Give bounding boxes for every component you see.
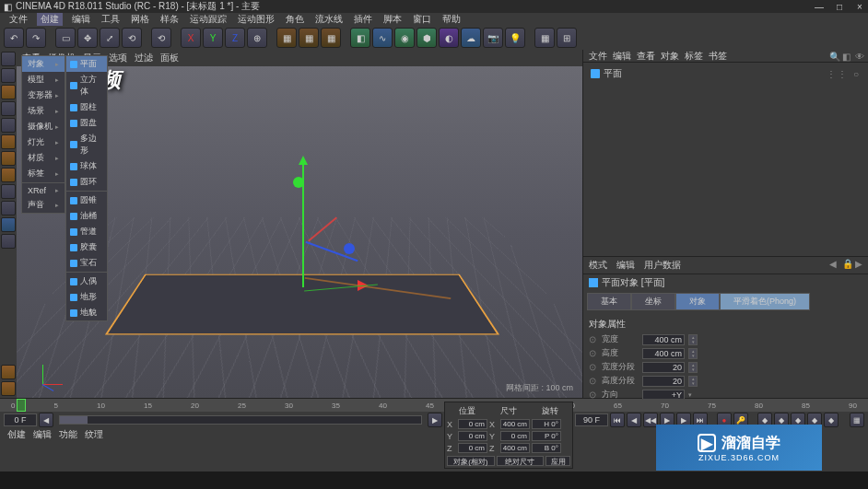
grid-toggle[interactable]: ▦ [534,28,555,48]
menu-window[interactable]: 窗口 [411,13,433,26]
key-pla[interactable]: ◆ [824,413,839,427]
goto-start[interactable]: ⏮ [610,413,625,427]
size-y[interactable] [500,431,530,441]
range-slider[interactable] [59,415,422,425]
attr-lock-icon[interactable]: 🔒 [842,259,851,268]
render-view[interactable]: ▦ [276,28,297,48]
hseg-input[interactable] [642,376,685,387]
mat-tab-edit[interactable]: 编辑 [33,428,52,441]
x-axis-toggle[interactable]: X [181,28,201,48]
history-tool[interactable]: ⟲ [151,28,171,48]
range-next[interactable]: ▶ [428,413,442,427]
object-tree[interactable]: 平面 ⋮⋮ ○ [583,63,868,256]
prim-disc[interactable]: 圆盘 [66,115,107,131]
rot-p[interactable] [532,431,561,441]
ltool-edge[interactable] [1,151,16,166]
pos-x[interactable] [458,419,487,429]
menu-tag[interactable]: 标签▸ [22,166,65,181]
menu-deformer[interactable]: 变形器▸ [22,87,65,103]
menu-tools[interactable]: 工具 [100,13,122,26]
rot-b[interactable] [532,443,561,453]
menu-sound[interactable]: 声音▸ [22,197,65,213]
render-preview[interactable]: ▦ [321,28,341,48]
menu-model[interactable]: 模型▸ [22,72,65,87]
prim-cube[interactable]: 立方体 [66,72,107,99]
width-spinner[interactable]: ▴▾ [688,334,698,345]
menu-character[interactable]: 角色 [284,13,306,26]
prim-oil[interactable]: 油桶 [66,208,107,224]
environment-tool[interactable]: ☁ [461,28,481,48]
select-tool[interactable]: ▭ [55,28,76,48]
ltool-quantize[interactable] [1,201,16,215]
move-tool[interactable]: ✥ [77,28,98,48]
menu-material[interactable]: 材质▸ [22,150,65,166]
ltool-workplane[interactable] [1,101,16,116]
prim-landscape[interactable]: 地貌 [66,305,107,320]
undo-button[interactable]: ↶ [4,28,24,48]
vp-panel[interactable]: 面板 [158,52,181,64]
prim-tube[interactable]: 管道 [66,224,107,239]
rotate-tool[interactable]: ⟲ [122,28,142,48]
height-spinner[interactable]: ▴▾ [688,348,698,359]
subtab-object[interactable]: 对象 [675,293,720,310]
wseg-input[interactable] [642,362,685,373]
layout-btn[interactable]: ▦ [850,413,864,427]
lock-icon[interactable]: ⊙ [589,334,598,344]
search-icon[interactable]: 🔍 [829,52,839,61]
menu-scene[interactable]: 场景▸ [22,103,65,119]
coord-mode-1[interactable]: 对象(相对) [447,456,495,466]
eye-icon[interactable]: 👁 [855,52,864,61]
snap-toggle[interactable]: ⊞ [557,28,577,48]
subtab-phong[interactable]: 平滑着色(Phong) [720,293,810,310]
menu-light[interactable]: 灯光▸ [22,134,65,150]
prim-polygon[interactable]: 多边形 [66,131,107,158]
prim-gem[interactable]: 宝石 [66,255,107,271]
deformer-tool[interactable]: ◐ [439,28,459,48]
width-input[interactable] [642,334,685,345]
vp-filter[interactable]: 过滤 [133,52,155,64]
prim-cone[interactable]: 圆锥 [66,192,107,208]
menu-xref[interactable]: XRef▸ [22,184,65,197]
z-axis-toggle[interactable]: Z [225,28,245,48]
prim-sphere[interactable]: 球体 [66,158,107,174]
spline-tool[interactable]: ∿ [372,28,393,48]
ltool-snap[interactable] [1,184,16,199]
ltool-editable[interactable] [1,52,16,66]
mat-tab-texture[interactable]: 纹理 [85,428,103,441]
camera-tool[interactable]: 📷 [483,28,503,48]
nurbs-tool[interactable]: ◉ [394,28,415,48]
ltool-poly[interactable] [1,168,16,182]
frame-end-input[interactable] [575,413,608,426]
prim-torus[interactable]: 圆环 [66,174,107,190]
hseg-spinner[interactable]: ▴▾ [688,376,698,387]
attr-tab-mode[interactable]: 模式 [589,259,607,272]
menu-file[interactable]: 文件 [7,13,29,26]
prim-plane[interactable]: 平面 [66,56,107,72]
subtab-coord[interactable]: 坐标 [631,293,675,310]
attr-tab-edit[interactable]: 编辑 [616,259,635,272]
pos-z[interactable] [458,443,487,453]
ltool-model[interactable] [1,68,16,83]
attr-next-icon[interactable]: ▶ [855,259,864,268]
coord-apply[interactable]: 应用 [545,456,570,466]
rot-h[interactable] [532,419,561,429]
attr-prev-icon[interactable]: ◀ [829,259,839,268]
om-tab-tags[interactable]: 标签 [685,50,703,63]
filter-icon[interactable]: ◧ [842,52,851,61]
attr-tab-userdata[interactable]: 用户数据 [644,259,681,272]
ltool-texture[interactable] [1,85,16,99]
render-settings[interactable]: ▦ [299,28,319,48]
menu-object[interactable]: 对象▸ [22,56,65,72]
coord-mode-2[interactable]: 绝对尺寸 [497,456,545,466]
wseg-spinner[interactable]: ▴▾ [688,362,698,373]
prim-figure[interactable]: 人偶 [66,274,107,289]
mat-tab-create[interactable]: 创建 [7,428,26,441]
menu-help[interactable]: 帮助 [440,13,463,26]
vp-options[interactable]: 选项 [107,52,129,64]
redo-button[interactable]: ↷ [26,28,46,48]
y-axis-toggle[interactable]: Y [203,28,223,48]
playhead[interactable] [17,399,26,412]
tree-visibility-dots[interactable]: ⋮⋮ ○ [827,69,861,79]
size-z[interactable] [500,443,530,453]
ltool-locked[interactable] [1,217,16,232]
